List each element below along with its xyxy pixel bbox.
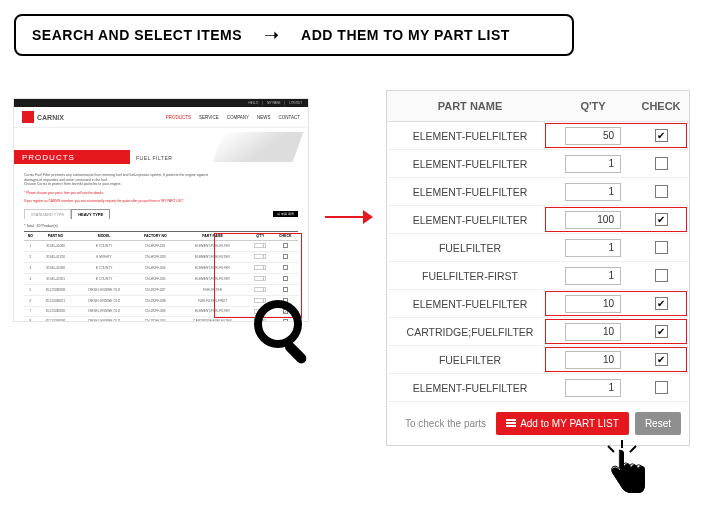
qty-input[interactable] [565,155,621,173]
ss-menu-item[interactable]: CONTACT [279,115,300,120]
add-to-partlist-button[interactable]: Add to MY PART LIST [496,412,629,435]
arrow-right-icon: ➝ [264,24,279,46]
magnifier-icon [250,296,320,370]
ss-th: PART NO [37,231,75,240]
ss-topbar: HELLO|MY PAGE|LOGOUT [14,99,308,107]
tab-standard[interactable]: STANDARD TYPE [24,209,71,219]
row-partname: FUELFILTER-FIRST [387,270,553,282]
products-title: PRODUCTS [14,150,130,164]
table-row: 231945-41700E MIGHTYCN-HCFF-003ELEMENT-F… [24,251,298,262]
check-mini[interactable] [283,276,288,281]
check-mini[interactable] [283,254,288,259]
panel-row: ELEMENT-FUELFILTER [387,374,689,402]
table-row: 565125030006DIESEL ENGINE OLDCN-DCFF-007… [24,284,298,295]
check-mini[interactable] [283,243,288,248]
banner-left: SEARCH AND SELECT ITEMS [32,27,242,43]
ss-menu-item[interactable]: SERVICE [199,115,219,120]
reset-button[interactable]: Reset [635,412,681,435]
panel-header: PART NAME Q'TY CHECK [387,91,689,122]
tab-heavy[interactable]: HEAVY TYPE [71,209,110,219]
row-partname: ELEMENT-FUELFILTER [387,130,553,142]
qty-input[interactable] [565,295,621,313]
col-check: CHECK [633,91,689,121]
check-box[interactable]: ✔ [655,297,668,310]
ss-menu-item[interactable]: NEWS [257,115,271,120]
svg-line-3 [608,446,614,452]
ss-th: CHECK [273,231,298,240]
panel-row: FUELFILTER✔ [387,346,689,374]
click-hand-icon [600,438,654,502]
total-count: * Total : 10 Product(s) [24,224,298,228]
ss-th: NO [24,231,37,240]
screenshot-thumbnail: HELLO|MY PAGE|LOGOUT CARNIX PRODUCTSSERV… [13,98,309,322]
ss-th: PART NAME [177,231,248,240]
qty-mini[interactable]: 1 [254,276,266,281]
check-box[interactable]: ✔ [655,353,668,366]
check-mini[interactable] [283,265,288,270]
arrow-right-large-icon [325,210,373,224]
reset-btn-label: Reset [645,418,671,429]
qty-mini[interactable]: 1 [254,265,266,270]
hero-image [213,132,304,162]
ss-desc-3: Choose Carnix to protect from harmful pa… [24,182,298,187]
panel-row: ELEMENT-FUELFILTER✔ [387,290,689,318]
row-partname: FUELFILTER [387,354,553,366]
qty-mini[interactable]: 1 [254,243,266,248]
table-row: 431945-45901E COUNTYCN-HCFF-005ELEMENT-F… [24,273,298,284]
panel-row: ELEMENT-FUELFILTER✔ [387,206,689,234]
table-row: 331945-45900E COUNTYCN-HCFF-004ELEMENT-F… [24,262,298,273]
qty-input[interactable] [565,323,621,341]
row-partname: ELEMENT-FUELFILTER [387,186,553,198]
ss-th: Q'TY [248,231,273,240]
parts-list-btn[interactable]: 내 부품 목록 [273,211,298,217]
qty-input[interactable] [565,351,621,369]
check-box[interactable] [655,157,668,170]
row-partname: ELEMENT-FUELFILTER [387,214,553,226]
check-box[interactable] [655,241,668,254]
row-partname: ELEMENT-FUELFILTER [387,382,553,394]
logo-icon [22,111,34,123]
ss-th: MODEL [74,231,133,240]
table-row: 131945-45000E COUNTYCN-HCFF-001ELEMENT-F… [24,240,298,251]
check-mini[interactable] [283,287,288,292]
brand-name: CARNIX [37,114,64,121]
panel-row: FUELFILTER-FIRST [387,262,689,290]
banner-right: ADD THEM TO MY PART LIST [301,27,510,43]
qty-input[interactable] [565,239,621,257]
part-list-panel: PART NAME Q'TY CHECK ELEMENT-FUELFILTER✔… [386,90,690,446]
row-partname: FUELFILTER [387,242,553,254]
ss-warn-2: If you register as CARNIX member, you ca… [24,199,298,203]
svg-rect-1 [283,340,308,365]
ss-th: FACTORY NO [134,231,177,240]
check-box[interactable]: ✔ [655,325,668,338]
check-box[interactable] [655,381,668,394]
svg-line-4 [630,446,636,452]
col-partname: PART NAME [387,91,553,121]
footer-text: To check the parts [405,418,486,429]
qty-input[interactable] [565,211,621,229]
instruction-banner: SEARCH AND SELECT ITEMS ➝ ADD THEM TO MY… [14,14,574,56]
qty-input[interactable] [565,127,621,145]
qty-input[interactable] [565,379,621,397]
check-box[interactable] [655,185,668,198]
ss-menu-item[interactable]: COMPANY [227,115,249,120]
panel-row: FUELFILTER [387,234,689,262]
qty-mini[interactable]: 1 [254,254,266,259]
add-btn-label: Add to MY PART LIST [520,418,619,429]
qty-input[interactable] [565,267,621,285]
panel-row: ELEMENT-FUELFILTER [387,178,689,206]
ss-menu-item[interactable]: PRODUCTS [166,115,191,120]
row-partname: ELEMENT-FUELFILTER [387,158,553,170]
row-partname: ELEMENT-FUELFILTER [387,298,553,310]
check-box[interactable]: ✔ [655,129,668,142]
grid-icon [506,419,516,429]
check-box[interactable] [655,269,668,282]
check-box[interactable]: ✔ [655,213,668,226]
panel-row: CARTRIDGE;FUELFILTER✔ [387,318,689,346]
ss-hero: PRODUCTS FUEL FILTER [14,127,308,167]
qty-input[interactable] [565,183,621,201]
row-partname: CARTRIDGE;FUELFILTER [387,326,553,338]
col-qty: Q'TY [553,91,633,121]
ss-nav: CARNIX PRODUCTSSERVICECOMPANYNEWSCONTACT [14,107,308,127]
qty-mini[interactable]: 1 [254,287,266,292]
